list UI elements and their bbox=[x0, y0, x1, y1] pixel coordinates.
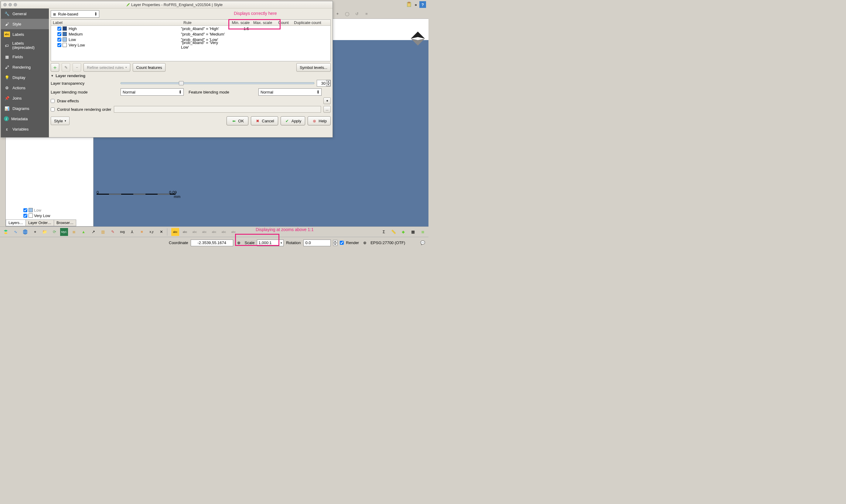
paint-icon[interactable]: ✎ bbox=[109, 228, 116, 236]
wave-icon[interactable]: ∿ bbox=[12, 228, 19, 236]
sidebar-item-diagrams[interactable]: 📊Diagrams bbox=[1, 103, 49, 113]
crs-label[interactable]: EPSG:27700 (OTF) bbox=[371, 240, 405, 245]
rule-checkbox[interactable] bbox=[57, 38, 61, 41]
help-button[interactable]: ⊗Help bbox=[308, 116, 331, 125]
sidebar-item-variables[interactable]: εVariables bbox=[1, 124, 49, 134]
cancel-button[interactable]: ✖Cancel bbox=[251, 116, 278, 125]
layer-blend-combo[interactable]: Normal▲▼ bbox=[121, 88, 184, 96]
sidebar-item-style[interactable]: 🖌Style bbox=[1, 19, 49, 29]
sidebar-item-fields[interactable]: ▦Fields bbox=[1, 52, 49, 62]
toolbar-icon-clipboard[interactable] bbox=[406, 1, 412, 8]
layer-verylow-checkbox[interactable] bbox=[23, 214, 27, 218]
rule-checkbox[interactable] bbox=[57, 27, 61, 31]
render-order-input[interactable] bbox=[114, 106, 321, 113]
col-label[interactable]: Label bbox=[51, 20, 182, 25]
abc6-icon[interactable]: abc bbox=[220, 228, 228, 236]
layers2-icon[interactable]: ≣ bbox=[419, 228, 427, 236]
sidebar-item-rendering[interactable]: 🖍Rendering bbox=[1, 62, 49, 72]
crs-icon[interactable]: ⊕ bbox=[361, 239, 368, 246]
tool-a-icon[interactable]: ↗ bbox=[89, 228, 97, 236]
render-order-config-button[interactable]: ... bbox=[323, 106, 331, 113]
abc3-icon[interactable]: abc bbox=[191, 228, 199, 236]
sidebar-item-actions[interactable]: ⚙Actions bbox=[1, 83, 49, 93]
measure-icon[interactable]: 📏 bbox=[390, 228, 397, 236]
sidebar-item-display[interactable]: 💡Display bbox=[1, 72, 49, 83]
sidebar-item-joins[interactable]: 📌Joins bbox=[1, 93, 49, 103]
layer-stack-icon[interactable]: ≣ bbox=[70, 228, 78, 236]
col-min-scale[interactable]: Min. scale bbox=[227, 20, 251, 25]
refresh-icon[interactable]: ⟳ bbox=[50, 228, 58, 236]
scale-combo[interactable]: 1,000:1▾ bbox=[257, 239, 284, 246]
cloud-icon[interactable]: ▲ bbox=[79, 228, 88, 236]
folder-icon[interactable]: 📁 bbox=[41, 228, 49, 236]
rule-row[interactable]: Very Low"prob_4band" = 'Very Low' bbox=[51, 42, 330, 48]
col-rule[interactable]: Rule bbox=[182, 20, 227, 25]
draw-effects-checkbox[interactable] bbox=[51, 99, 55, 103]
tab-browser[interactable]: Browser… bbox=[54, 219, 76, 226]
zoom-icon[interactable] bbox=[14, 3, 17, 6]
tool-icon-3[interactable]: ↺ bbox=[354, 10, 360, 17]
titlebar[interactable]: Layer Properties - RoFRS_England_v201504… bbox=[1, 1, 332, 8]
tab-layer-order[interactable]: Layer Order… bbox=[25, 219, 54, 226]
sigma-icon[interactable]: Σ bbox=[380, 228, 388, 236]
table2-icon[interactable]: ▦ bbox=[409, 228, 417, 236]
rule-checkbox[interactable] bbox=[57, 32, 61, 36]
globe-icon[interactable] bbox=[21, 228, 29, 236]
graph-icon[interactable]: ⅄ bbox=[128, 228, 136, 236]
sidebar-item-labels-deprecated[interactable]: 🏷Labels (deprecated) bbox=[1, 39, 49, 52]
style-menu-button[interactable]: Style▾ bbox=[51, 116, 70, 125]
messages-icon[interactable]: 💬 bbox=[419, 239, 426, 246]
col-count[interactable]: Count bbox=[276, 20, 292, 25]
abc1-icon[interactable]: abc bbox=[171, 228, 179, 236]
abc2-icon[interactable]: abc bbox=[181, 228, 189, 236]
col-duplicate[interactable]: Duplicate count bbox=[292, 20, 325, 25]
refine-rules-button[interactable]: Refine selected rules▾ bbox=[84, 63, 130, 72]
xy-icon[interactable]: x,y bbox=[148, 228, 156, 236]
render-order-checkbox[interactable] bbox=[51, 107, 55, 111]
feature-blend-combo[interactable]: Normal▲▼ bbox=[258, 88, 322, 96]
draw-effects-config-button[interactable]: ✦ bbox=[323, 97, 331, 104]
coord-toggle-icon[interactable]: ⊕ bbox=[236, 239, 242, 246]
sidebar-item-labels[interactable]: abcLabels bbox=[1, 29, 49, 39]
rule-row[interactable]: High"prob_4band" = 'High'1:5 bbox=[51, 26, 330, 31]
myc-icon[interactable]: MyC bbox=[60, 228, 68, 236]
tools-icon[interactable]: ✕ bbox=[157, 228, 165, 236]
tool-icon-1[interactable]: ✦ bbox=[334, 10, 341, 17]
tab-layers[interactable]: Layers… bbox=[6, 219, 26, 226]
apply-button[interactable]: ✔Apply bbox=[281, 116, 305, 125]
close-icon[interactable] bbox=[3, 3, 7, 6]
col-max-scale[interactable]: Max. scale bbox=[251, 20, 276, 25]
tool-b-icon[interactable]: ▥ bbox=[99, 228, 107, 236]
minimize-icon[interactable] bbox=[8, 3, 12, 6]
layer-low-checkbox[interactable] bbox=[23, 208, 27, 212]
layer-rendering-header[interactable]: ▼Layer rendering bbox=[51, 73, 331, 78]
sidebar-item-general[interactable]: 🔧General bbox=[1, 8, 49, 19]
abc7-icon[interactable]: abc bbox=[230, 228, 237, 236]
layer-item-verylow[interactable]: Very Low bbox=[23, 213, 50, 218]
traffic-lights[interactable] bbox=[3, 3, 17, 6]
transparency-slider[interactable] bbox=[121, 82, 314, 84]
layer-item-low[interactable]: Low bbox=[23, 208, 50, 213]
coordinate-input[interactable] bbox=[191, 239, 233, 246]
count-features-button[interactable]: Count features bbox=[133, 63, 165, 72]
python-icon[interactable] bbox=[2, 228, 10, 236]
rotation-input[interactable] bbox=[303, 239, 331, 246]
add-rule-button[interactable]: ＋ bbox=[51, 63, 59, 72]
lines-icon[interactable]: ≡ bbox=[138, 228, 146, 236]
compass-icon[interactable]: ⌖ bbox=[31, 228, 39, 236]
tool-icon-2[interactable]: ◯ bbox=[344, 10, 350, 17]
ok-button[interactable]: ⬅OK bbox=[227, 116, 248, 125]
render-checkbox[interactable] bbox=[340, 241, 344, 245]
abc4-icon[interactable]: abc bbox=[200, 228, 208, 236]
tool-icon-4[interactable]: ≡ bbox=[363, 10, 370, 17]
green1-icon[interactable]: ◆ bbox=[399, 228, 407, 236]
sidebar-item-metadata[interactable]: iMetadata bbox=[1, 113, 49, 124]
rule-row[interactable]: Medium"prob_4band" = 'Medium' bbox=[51, 31, 330, 37]
renderer-type-combo[interactable]: ≣ Rule-based ▲▼ bbox=[51, 10, 99, 18]
symbol-levels-button[interactable]: Symbol levels... bbox=[296, 63, 331, 72]
rule-checkbox[interactable] bbox=[57, 43, 61, 47]
abc5-icon[interactable]: abc bbox=[210, 228, 218, 236]
svg-icon[interactable]: svg bbox=[119, 228, 126, 236]
remove-rule-button[interactable]: － bbox=[73, 63, 81, 72]
help-icon[interactable]: ? bbox=[419, 1, 426, 8]
